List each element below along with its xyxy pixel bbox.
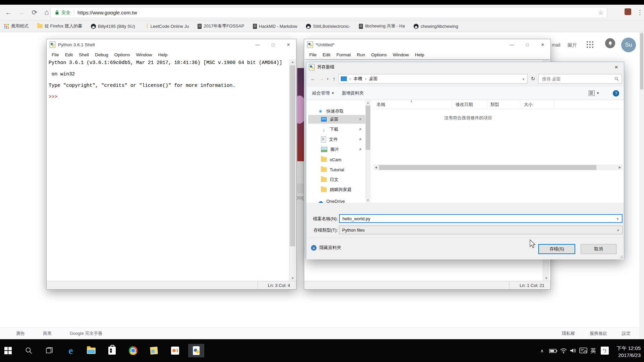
resize-grip[interactable] xyxy=(620,255,623,258)
reload-icon[interactable]: ⟳ xyxy=(30,7,40,17)
taskbar-sticky-notes[interactable] xyxy=(146,344,162,357)
chevron-down-icon[interactable]: ∨ xyxy=(616,217,619,221)
horizontal-scrollbar[interactable]: ◄ ► xyxy=(373,165,623,170)
scroll-down-icon[interactable]: ▼ xyxy=(543,276,549,281)
sidebar-group-quick-access[interactable]: ★ 快速存取 xyxy=(308,107,365,116)
google-apps-icon[interactable] xyxy=(586,41,594,48)
forward-icon[interactable]: → xyxy=(318,74,325,83)
breadcrumb-desktop[interactable]: 桌面 xyxy=(369,76,378,82)
sidebar-item-ocam[interactable]: oCam xyxy=(308,155,365,164)
column-size[interactable]: 大小 xyxy=(521,100,554,109)
taskbar-chrome[interactable] xyxy=(125,344,141,357)
extension-icon[interactable] xyxy=(625,8,631,15)
taskbar-ocam[interactable] xyxy=(167,344,183,357)
scroll-left-icon[interactable]: ◄ xyxy=(373,165,379,170)
footer-link-settings[interactable]: 設定 xyxy=(622,330,631,337)
maximize-icon[interactable]: □ xyxy=(265,39,281,50)
sidebar-item-japanese[interactable]: 日文 xyxy=(308,175,365,184)
start-button[interactable] xyxy=(0,344,16,357)
page-scrollbar[interactable] xyxy=(639,32,644,339)
menu-window[interactable]: Window xyxy=(133,52,155,57)
breadcrumb-this-pc[interactable]: 本機 xyxy=(354,76,362,82)
page-scrollbar-thumb[interactable] xyxy=(640,33,643,90)
column-type[interactable]: 類型 xyxy=(487,100,521,109)
menu-run[interactable]: Run xyxy=(354,52,368,57)
bookmark-leetcode[interactable]: 〈 LeetCode Online Ju xyxy=(144,23,189,29)
hide-folders-button[interactable]: ▲ 隱藏資料夾 xyxy=(311,245,341,251)
shell-titlebar[interactable]: Python 3.6.1 Shell — □ ✕ xyxy=(47,39,296,50)
organize-button[interactable]: 組合管理 xyxy=(312,90,330,96)
scroll-down-icon[interactable]: ▼ xyxy=(365,198,371,203)
search-input[interactable] xyxy=(541,76,614,82)
menu-help[interactable]: Help xyxy=(155,52,170,57)
column-name[interactable]: 名稱 ∧ xyxy=(373,100,452,109)
save-button[interactable]: 存檔(S) xyxy=(538,244,575,254)
gmail-link-partial[interactable]: mail xyxy=(552,42,560,48)
breadcrumb[interactable]: › 本機 › 桌面 ∨ xyxy=(338,74,528,83)
taskbar-search-button[interactable] xyxy=(21,344,37,357)
scroll-up-icon[interactable]: ▲ xyxy=(289,59,296,65)
view-mode-icon[interactable] xyxy=(589,90,595,96)
forward-icon[interactable]: → xyxy=(16,7,26,17)
images-link[interactable]: 圖片 xyxy=(568,42,577,48)
account-avatar[interactable]: Su xyxy=(621,38,636,52)
menu-shell[interactable]: Shell xyxy=(76,52,92,57)
back-icon[interactable]: ← xyxy=(3,7,13,17)
column-date-modified[interactable]: 修改日期 xyxy=(452,100,487,109)
menu-file[interactable]: File xyxy=(306,52,320,57)
taskbar-edge[interactable]: e xyxy=(63,344,79,357)
bookmark-chewing[interactable]: chewing/libchewing xyxy=(414,24,458,29)
ime-panel-icon[interactable] xyxy=(578,344,588,357)
menu-options[interactable]: Options xyxy=(111,52,133,57)
up-icon[interactable]: ↑ xyxy=(330,74,338,83)
browser-menu-icon[interactable]: ⋮ xyxy=(636,7,644,17)
close-icon[interactable]: ✕ xyxy=(281,39,296,50)
menu-file[interactable]: File xyxy=(49,52,62,57)
sidebar-item-documents[interactable]: 文件 xyxy=(308,135,365,144)
bookmark-firefox-folder[interactable]: 從 Firefox 匯入的書 xyxy=(37,23,82,29)
filename-combobox[interactable]: ∨ xyxy=(339,214,623,223)
taskbar-store[interactable] xyxy=(104,344,120,357)
refresh-icon[interactable]: ↻ xyxy=(529,74,537,83)
ime-mode-icon[interactable]: ㄅ xyxy=(600,344,610,357)
bookmark-fossapc[interactable]: 2017年春季FOSSAP xyxy=(198,23,244,29)
cancel-button[interactable]: 取消 xyxy=(581,244,616,254)
sidebar-item-pictures[interactable]: 圖片 xyxy=(308,145,365,154)
taskbar-file-explorer[interactable] xyxy=(83,344,99,357)
help-icon[interactable]: ? xyxy=(613,90,619,97)
bookmark-star-icon[interactable]: ☆ xyxy=(598,9,603,16)
volume-icon[interactable] xyxy=(568,344,578,357)
bookmark-github-billy[interactable]: Billy4195 (Billy SU) xyxy=(91,24,135,29)
menu-edit[interactable]: Edit xyxy=(62,52,76,57)
tray-chevron-icon[interactable]: ∧ xyxy=(538,344,546,357)
sidebar-item-marriage-family[interactable]: 婚姻與家庭 xyxy=(308,185,365,194)
new-folder-button[interactable]: 新增資料夾 xyxy=(342,90,364,96)
chevron-down-icon[interactable]: ∨ xyxy=(617,228,619,232)
menu-help[interactable]: Help xyxy=(412,52,427,57)
sidebar-item-onedrive[interactable]: ☁ OneDrive xyxy=(308,197,365,203)
footer-link-business[interactable]: 商業 xyxy=(43,330,52,337)
wifi-icon[interactable] xyxy=(559,344,568,357)
footer-link-privacy[interactable]: 隱私權 xyxy=(562,330,575,337)
sidebar-scrollbar[interactable]: ▲ ▼ xyxy=(365,100,371,203)
menu-window[interactable]: Window xyxy=(390,52,412,57)
address-bar[interactable]: 安全 https://www.google.com.tw ☆ xyxy=(50,7,607,18)
bookmark-apps[interactable]: 應用程式 xyxy=(4,23,29,29)
filename-input[interactable] xyxy=(342,216,616,222)
history-chevron-icon[interactable]: ∨ xyxy=(325,74,330,83)
sidebar-scrollbar-thumb[interactable] xyxy=(366,106,370,150)
url-text[interactable]: https://www.google.com.tw xyxy=(77,10,137,15)
menu-options[interactable]: Options xyxy=(368,52,390,57)
footer-link-how-search-works[interactable]: Google 完全手冊 xyxy=(70,330,103,337)
taskbar-clock[interactable]: 下午 12:05 2017/6/23 xyxy=(616,345,641,359)
minimize-icon[interactable]: — xyxy=(504,39,520,50)
bookmark-libchewing-notes[interactable]: libchewing 共筆 - Ha xyxy=(359,23,405,29)
editor-titlebar[interactable]: *Untitled* — □ ✕ xyxy=(304,39,550,50)
minimize-icon[interactable]: — xyxy=(250,39,265,50)
footer-link-terms[interactable]: 服務條款 xyxy=(590,330,607,337)
sidebar-item-downloads[interactable]: ↓ 下載 xyxy=(308,125,365,134)
menu-edit[interactable]: Edit xyxy=(320,52,333,57)
horizontal-scrollbar-thumb[interactable] xyxy=(379,165,596,170)
task-view-button[interactable] xyxy=(41,344,57,357)
scroll-up-icon[interactable]: ▲ xyxy=(365,100,371,105)
